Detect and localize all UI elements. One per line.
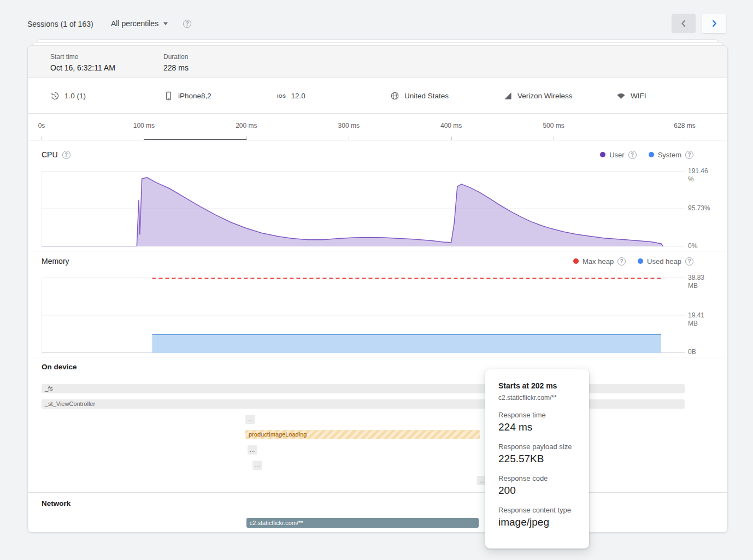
country-item: United States — [390, 79, 449, 113]
timeline-ruler: 0s100 ms200 ms300 ms400 ms500 ms628 ms — [28, 113, 727, 140]
section-divider — [28, 140, 727, 140]
timeline-tick-label: 200 ms — [236, 122, 257, 129]
timeline-tick-label: 0s — [38, 122, 45, 129]
wifi-icon — [616, 91, 626, 101]
legend-max-heap: Max heap — [573, 257, 626, 266]
on-device-trace-collapsed-chip[interactable]: ... — [245, 415, 255, 424]
legend-used-heap-label: Used heap — [647, 257, 681, 266]
cpu-ytick-zero: 0% — [688, 242, 697, 250]
section-divider — [28, 251, 727, 251]
percentiles-select-label: All percentiles — [111, 19, 158, 28]
start-time-label: Start time — [50, 53, 115, 61]
carrier-item: Verizon Wireless — [503, 79, 573, 113]
used-heap-series-dot — [638, 258, 643, 264]
tooltip-field-response-time: Response time 224 ms — [498, 411, 576, 433]
on-device-title-label: On device — [42, 363, 77, 371]
memory-legend: Max heap Used heap — [573, 256, 693, 266]
os-version-item: iOS 12.0 — [277, 79, 305, 113]
help-icon[interactable] — [628, 151, 637, 159]
network-title-label: Network — [42, 499, 70, 508]
on-device-trace-collapsed-chip[interactable]: ... — [248, 445, 257, 455]
app-version-item: 1.0 (1) — [50, 79, 86, 113]
phone-icon — [164, 91, 173, 101]
device-info-row: 1.0 (1) iPhone8,2 iOS 12.0 United States — [28, 79, 727, 113]
section-divider — [28, 492, 727, 493]
legend-user: User — [600, 151, 636, 159]
chevron-left-icon — [679, 19, 689, 28]
sessions-count: Sessions (1 of 163) — [27, 20, 93, 28]
on-device-trace-bar[interactable]: productImageLoading — [245, 430, 480, 439]
timeline-tick-label: 500 ms — [543, 122, 564, 129]
cpu-chart[interactable] — [42, 171, 685, 246]
cpu-section-title: CPU — [42, 150, 70, 159]
tooltip-field-payload-size: Response payload size 225.57KB — [498, 443, 576, 465]
chevron-right-icon — [709, 19, 719, 28]
system-series-dot — [649, 152, 654, 157]
app-version-history-icon — [50, 91, 60, 101]
memory-ytick-mid: 19.41MB — [688, 311, 704, 328]
session-summary: Start time Oct 16, 6:32:11 AM Duration 2… — [28, 46, 727, 78]
chevron-down-icon — [163, 22, 168, 25]
user-series-dot — [600, 152, 605, 157]
on-device-trace-collapsed-chip[interactable]: ... — [252, 461, 262, 470]
timeline-tick-label: 628 ms — [674, 122, 695, 129]
legend-system-label: System — [658, 151, 681, 159]
help-icon[interactable] — [183, 20, 191, 28]
app-version-label: 1.0 (1) — [64, 92, 86, 100]
memory-chart[interactable] — [42, 278, 685, 353]
cpu-title-label: CPU — [42, 150, 58, 159]
memory-section-title: Memory — [42, 257, 69, 266]
network-request-bar[interactable]: c2.staticflickr.com/** — [246, 518, 479, 528]
cpu-ytick-max: 191.46% — [688, 167, 708, 184]
timeline-tick-label: 100 ms — [133, 122, 155, 129]
memory-ytick-max: 38.83MB — [688, 274, 704, 290]
section-divider — [28, 357, 727, 357]
radio-label: WIFI — [631, 92, 646, 100]
os-version-label: 12.0 — [291, 92, 305, 100]
network-section-title: Network — [42, 499, 70, 508]
help-icon[interactable] — [617, 257, 626, 266]
prev-session-button[interactable] — [672, 14, 696, 33]
help-icon[interactable] — [685, 151, 693, 159]
country-label: United States — [404, 92, 449, 100]
device-model-label: iPhone8,2 — [178, 92, 211, 100]
help-icon[interactable] — [685, 257, 693, 266]
legend-system: System — [649, 151, 693, 159]
cpu-legend: User System — [600, 150, 693, 160]
next-session-button[interactable] — [702, 14, 726, 33]
timeline-tick-label: 400 ms — [440, 122, 462, 129]
session-card: Start time Oct 16, 6:32:11 AM Duration 2… — [27, 45, 728, 533]
max-heap-series-dot — [573, 258, 579, 264]
os-icon: iOS — [277, 93, 286, 99]
signal-icon — [503, 91, 513, 101]
duration-value: 228 ms — [163, 63, 189, 72]
carrier-label: Verizon Wireless — [517, 92, 573, 100]
duration-label: Duration — [163, 53, 189, 61]
legend-user-label: User — [609, 151, 624, 159]
legend-used-heap: Used heap — [638, 257, 693, 266]
timeline-tick-label: 300 ms — [338, 122, 360, 129]
cpu-ytick-mid: 95.73% — [688, 204, 710, 213]
start-time-value: Oct 16, 6:32:11 AM — [50, 63, 115, 72]
tooltip-title: Starts at 202 ms — [498, 381, 576, 390]
memory-title-label: Memory — [42, 257, 69, 266]
globe-icon — [390, 91, 399, 101]
device-model-item: iPhone8,2 — [164, 79, 211, 113]
network-request-tooltip: Starts at 202 ms c2.staticflickr.com/** … — [485, 369, 589, 549]
help-icon[interactable] — [62, 151, 70, 159]
tooltip-field-content-type: Response content type image/jpeg — [498, 506, 576, 528]
memory-ytick-zero: 0B — [688, 348, 696, 356]
legend-max-heap-label: Max heap — [583, 257, 614, 266]
tooltip-url: c2.staticflickr.com/** — [498, 394, 576, 402]
radio-item: WIFI — [616, 79, 646, 113]
on-device-section-title: On device — [42, 363, 77, 371]
percentiles-select[interactable]: All percentiles — [111, 19, 168, 28]
tooltip-field-response-code: Response code 200 — [498, 474, 576, 497]
